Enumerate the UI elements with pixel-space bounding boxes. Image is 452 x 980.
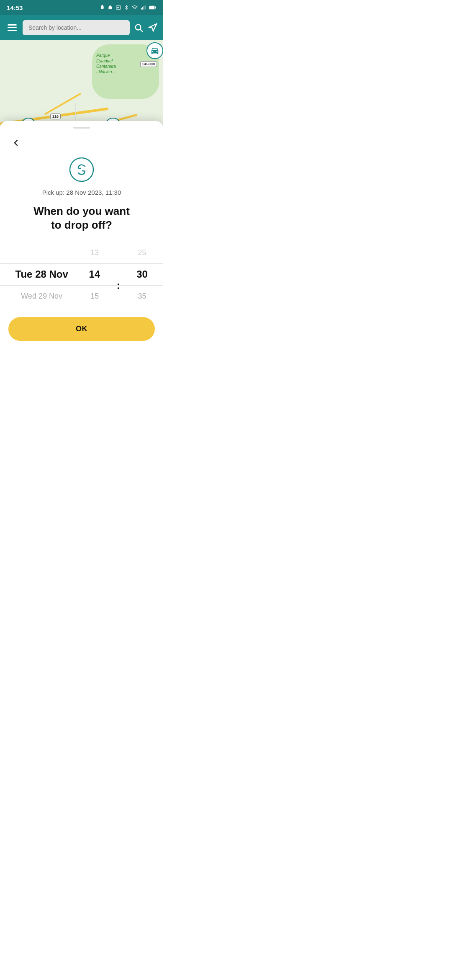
picker-hour-next[interactable]: 15 (73, 285, 116, 307)
picker-hour-column[interactable]: 13 14 15 (73, 242, 116, 307)
wifi-icon (131, 5, 138, 10)
svg-rect-6 (150, 6, 154, 9)
back-button[interactable] (8, 135, 23, 150)
search-input[interactable] (23, 20, 130, 35)
ok-button[interactable]: OK (8, 317, 155, 341)
signal-icon (141, 5, 146, 10)
picker-hour-current[interactable]: 14 (73, 263, 116, 285)
picker-minute-current[interactable]: 30 (121, 263, 163, 285)
picker-date-current[interactable]: Tue 28 Nov (10, 263, 73, 285)
top-bar-actions (134, 23, 157, 32)
sheet-handle (73, 127, 90, 129)
snapchat-icon (100, 5, 105, 10)
battery-icon (149, 5, 157, 10)
location-button[interactable] (148, 23, 157, 32)
picker-date-column[interactable]: Tue 28 Nov Wed 29 Nov (0, 242, 73, 307)
return-icon (69, 157, 94, 182)
svg-marker-9 (149, 24, 157, 31)
nfc-icon (116, 5, 121, 10)
svg-rect-1 (141, 8, 142, 10)
picker-line-top (0, 263, 163, 264)
map-badge-116: 116 (50, 113, 61, 119)
question-title: When do you want to drop off? (8, 204, 155, 232)
picker-minute-next[interactable]: 35 (121, 285, 163, 307)
ghost-icon (108, 5, 113, 10)
status-time: 14:53 (7, 4, 23, 11)
picker-date-next[interactable]: Wed 29 Nov (10, 285, 73, 307)
bottom-sheet: Pick up: 28 Nov 2023, 11:30 When do you … (0, 121, 163, 353)
svg-point-10 (70, 158, 93, 181)
map-park-label: ParqueEstadualCantareira- Núcleo... (96, 53, 116, 75)
picker-minute-column[interactable]: 25 30 35 (121, 242, 163, 307)
map-car-1[interactable] (146, 42, 163, 59)
return-icon-wrapper (8, 157, 155, 182)
svg-line-8 (140, 29, 142, 31)
pickup-info: Pick up: 28 Nov 2023, 11:30 (8, 189, 155, 196)
svg-rect-3 (144, 6, 144, 10)
svg-rect-2 (142, 7, 143, 10)
status-icons (100, 5, 157, 10)
picker-line-bottom (0, 285, 163, 286)
svg-rect-4 (145, 5, 146, 10)
bluetooth-icon (124, 5, 129, 10)
picker-minute-prev[interactable]: 25 (121, 242, 163, 263)
status-bar: 14:53 (0, 0, 163, 15)
picker-hour-prev[interactable]: 13 (73, 242, 116, 263)
map-badge-sp008: SP-008 (140, 61, 157, 67)
picker-date-prev[interactable] (10, 242, 73, 263)
search-button[interactable] (134, 23, 143, 32)
time-picker[interactable]: Tue 28 Nov Wed 29 Nov 13 14 15 : 25 30 3… (0, 242, 163, 307)
top-bar (0, 15, 163, 40)
menu-button[interactable] (6, 23, 18, 33)
